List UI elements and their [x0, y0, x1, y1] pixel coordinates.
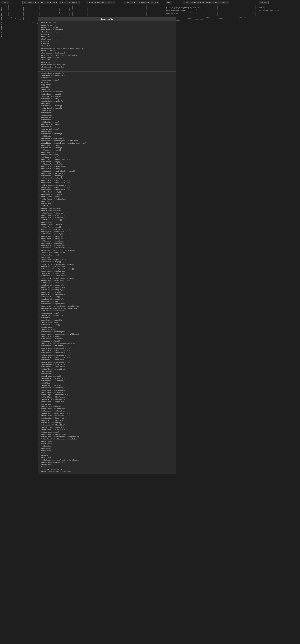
method-is-neural-req: IsNeuralEdLogCalculationRequested() [39, 278, 174, 280]
method-set-extra-cond-2: SetExtracellularConductivities() [39, 354, 174, 356]
method-is-conduction-req: IsConductionVelocityMapsRequested() [39, 268, 174, 270]
method-get-use-mass-lump: GetUseMassLumping() [39, 301, 174, 303]
method-get-electrode-params: GetElectrodeParameters() [39, 284, 174, 287]
method-set-fixed-schema: SetFixedSchemaLocations() [39, 74, 174, 77]
method-set-electrode-pos: SetPseudoEcgElectrodePositions() [39, 412, 174, 415]
method-get-cond-het: GetConductivityHeterogeneities() [39, 158, 174, 161]
method-get-print-step: GetPrintingTimeStep() [39, 208, 174, 210]
member-endo-fraction: mEndoFraction [39, 36, 174, 38]
type-col-map-string: std::map< std::string, std::string > [22, 1, 58, 4]
method-get-pde-step: GetPdeTimeStep() [39, 205, 174, 208]
method-get-eval-num-its: GetEvaluateNumItsEveryNSolves() [39, 310, 174, 312]
method-is-post-proc-present: IsPostProcessingSectionPresent() [39, 247, 174, 250]
method-get-fibre-len: GetFibreLength() [39, 126, 174, 128]
method-get-inter-node: GetInterNodeSpace() [39, 128, 174, 131]
method-get-domain: GetDomain() [39, 102, 174, 105]
method-set-target-err: SetTargetErrorForAdaptivity() [39, 389, 174, 392]
type-shared-ptr: boost::shared_ptr< cp::chaste_parameters… [183, 1, 229, 4]
method-get-cond-het-provided: GetConductivityHeterogeneities Provided(… [39, 140, 174, 142]
method-get-rel-tol: GetRelativeTolerance() [39, 219, 174, 222]
method-get-electrode-params2: GetElectrodeParameters() [39, 298, 174, 301]
shared-ptr-labels: mpDefaultParameters mpUserParameters [183, 6, 199, 10]
method-get-use-abs-tol-1: GetUseAbsoluteTolerance() [39, 212, 174, 214]
type-col-map-unsigned-double: std::map< unsigned, double > [86, 1, 115, 4]
type-unsigned: unsigned [259, 1, 269, 4]
method-set-out-vars: SetOutputVariables() [39, 340, 174, 343]
type-set-unsigned: std::set< unsigned > [59, 1, 80, 4]
method-set-out-dir: SetOutputDirectory() [39, 336, 174, 338]
method-set-upstroke: SetUpstrokeTimeMaps() [39, 406, 174, 408]
method-write: Write() [39, 82, 174, 84]
method-set-extra-cond-3: SetExtracellularConductivities() [39, 356, 174, 359]
member-eval-num-its: mEvaluateNumItsEveryNSolves [39, 66, 174, 68]
method-set-out-prefix: SetOutputFilenamePrefix() [39, 338, 174, 340]
method-get-out-dir: GetOutputDirectory() [39, 161, 174, 163]
method-set-tissue-bath-ids: SetTissueAndBathIdentifiers() [39, 364, 174, 366]
method-get-use-fixed-num-iter: GetUseFixedNumberIterationsLinearSolver(… [39, 308, 174, 310]
method-set-sigma: SetSigmaForAdaptivity() [39, 392, 174, 394]
method-get-ksp-precond: GetKSPPreconditioner() [39, 224, 174, 226]
method-set-domain: SetDomain() [39, 317, 174, 319]
label-default-params: mpDefaultParameters [183, 6, 199, 8]
method-get-ic-value-1: GetIcValue() [39, 448, 174, 450]
method-set-defaults-file: SetDefaultsFile() [39, 77, 174, 80]
label-index-ep: mIndexEp [259, 11, 265, 13]
method-get-endo-idx: GetEndoLayerIndex() [39, 154, 174, 156]
method-set-default-ionic: SetDefaultIonicModel() [39, 319, 174, 322]
class-methods-section: UseFixedSchemaLocation() SetFixedSchemaL… [38, 72, 176, 474]
member-tissue-id: mTissueIdentifiers [39, 59, 174, 62]
method-get-gradation: GetGradationForAdaptivity() [39, 240, 174, 242]
method-set-viz-cmgui: SetVisualizeWithCmgui() [39, 420, 174, 422]
method-read-file: ReadFile() [39, 86, 174, 89]
method-get-nodal-req: GetNodalTimeTraceRequested() [39, 275, 174, 278]
class-title: HeartConfig [38, 18, 176, 21]
method-is-ap-maps-req: IsApMapsRequested() [39, 254, 174, 256]
method-get-sheet-dim: GetSheetDimensions() [39, 124, 174, 126]
method-get-intra-cond-1: GetIntracellularConductivities() [39, 180, 174, 182]
member-labels-endo: mEndoFraction mMidFraction mEpiFraction [1, 6, 2, 37]
member-mpinstance: mpInstance [39, 68, 174, 71]
method-set-mesh-part: SetMeshPartitioning() [39, 384, 174, 387]
method-get-sigma: GetSigmaForAdaptivity() [39, 233, 174, 236]
method-get-drug-dose-1: GetDrugDose() [39, 440, 174, 443]
method-get-ode-pde: GetOdePdeRatio() [39, 203, 174, 205]
label-endo: mEndoFraction [1, 6, 2, 17]
method-get-ionic-regions: GetIonicModelRegions() [39, 107, 174, 110]
method-get-version: GetVersionFromNamespace() [39, 91, 174, 94]
method-get-visualize-mesh: GetVisualizeWithMeshAnalyzer() [39, 287, 174, 289]
method-set-viz-mesh: SetVisualizeWithMeshAnalyzer() [39, 417, 174, 420]
method-get-default-resume: GetDefaultParametersFromResumeSimulation… [39, 459, 174, 462]
method-set-sheet-dim: SetSheetDimensions() [39, 324, 174, 326]
class-box-heartconfig: HeartConfig mSchemaLocations mpUserParam… [38, 17, 176, 474]
method-get-checkpoint-step: GetCheckpointTimestep() [39, 175, 174, 177]
method-get-load-mesh: GetLoadMesh() [39, 119, 174, 121]
member-use-mass-lumping-precond: mUseMassLumpingForPrecond [39, 52, 174, 54]
method-instance: Instance() [39, 452, 174, 454]
method-set-use-fixed-num-iter: SetUseFixedNumberIterationsLinearSolver(… [39, 438, 174, 440]
label-user-params: mpUserParameters [183, 8, 196, 10]
method-get-min-edge: GetMinEdgeLengthForAdaptivity() [39, 238, 174, 240]
method-get-bath-ids: GetBathIdentifiers() [39, 196, 174, 198]
unsigned-labels: mIndexMd mIndexEndo mValueAtNumItsEveryN… [259, 6, 280, 13]
method-set-state-var: SetStateVariableInterpolation() [39, 429, 174, 431]
member-user-asked-cellular: mUserAskedForCellularTransmuralHeterogen… [39, 48, 174, 50]
member-bath-cond: mBathConductivities [39, 57, 174, 59]
type-col-set-unsigned: std::set< unsigned > [59, 1, 80, 4]
member-user-schema-loc: mUserSchemaLocation [39, 31, 174, 34]
method-get-visualize-vtk: GetVisualizeWithVtk() [39, 291, 174, 294]
method-get-cond-media: GetConductivityMedia() [39, 133, 174, 135]
method-get-use-abs-tol-2: GetUseAbsoluteTolerance() [39, 214, 174, 217]
method-set-intra-cond-1: SetIntracellularConductivities() [39, 347, 174, 350]
type-bool: bool [166, 1, 172, 4]
method-get-conduction: GetConductionVelocityMaps() [39, 270, 174, 273]
method-get-visualize-pvtk: GetVisualizeWithParallelVtk() [39, 294, 174, 296]
method-get-extra-cond-3: GetExtracellularConductivities() [39, 189, 174, 191]
type-auto-ptr: static std::auto_ptr< HeartConfig > [124, 1, 159, 4]
method-get-ep-layer-frac: GetEpLayerFraction() [39, 144, 174, 147]
method-get-ep-idx: GetEpLayerIndex() [39, 152, 174, 154]
label-use-mass-lumping: mUseMassLumping [166, 13, 178, 14]
member-mid-fraction: mMidFraction [39, 38, 174, 40]
type-double: double [1, 1, 9, 4]
method-get-mesh-name: GetMeshName() [39, 130, 174, 133]
label-value-num-its: mValueAtNumItsEveryNSolve [259, 10, 280, 11]
